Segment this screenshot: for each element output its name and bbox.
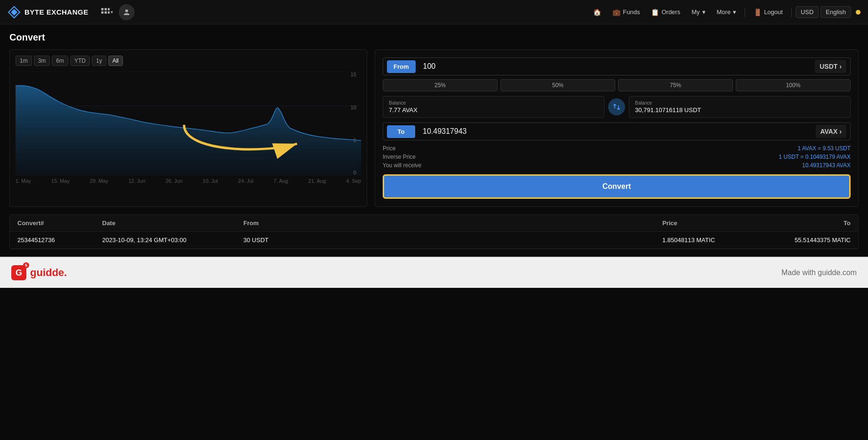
inverse-price-row: Inverse Price 1 USDT = 0.10493179 AVAX: [383, 154, 851, 160]
logout-nav-item[interactable]: 🚪 Logout: [749, 6, 788, 19]
more-nav-item[interactable]: More ▾: [712, 6, 741, 18]
chart-tab-ytd[interactable]: YTD: [70, 56, 90, 66]
inverse-price-value: 1 USDT = 0.10493179 AVAX: [779, 154, 851, 160]
chart-x-labels: 1. May 15. May 29. May 12. Jun 26. Jun 1…: [16, 178, 361, 184]
row-to: 55.51443375 MATIC: [756, 236, 851, 244]
my-nav-item[interactable]: My ▾: [687, 6, 710, 18]
svg-text:10: 10: [351, 105, 356, 110]
percent-25-btn[interactable]: 25%: [383, 79, 498, 91]
language-selector[interactable]: English: [820, 6, 851, 18]
guidde-badge: 5: [23, 262, 29, 268]
col-header-from: From: [243, 220, 662, 227]
col-header-id: Convert#: [17, 220, 102, 227]
chart-panel: 1m 3m 6m YTD 1y All: [9, 49, 367, 207]
nav-divider-2: [791, 8, 792, 17]
row-from: 30 USDT: [243, 236, 662, 244]
grid-menu-icon[interactable]: ▾: [100, 5, 115, 20]
percent-row: 25% 50% 75% 100%: [383, 79, 851, 91]
x-label-8: 7. Aug: [273, 178, 288, 184]
orders-nav-item[interactable]: 📋 Orders: [646, 6, 685, 19]
footer: G 5 guidde. Made with guidde.com: [0, 257, 868, 288]
x-label-7: 24. Jul: [238, 178, 253, 184]
you-will-receive-row: You will receive 10.49317943 AVAX: [383, 162, 851, 169]
svg-text:5: 5: [354, 138, 356, 143]
svg-rect-6: [104, 11, 107, 14]
from-currency-selector[interactable]: USDT ›: [815, 60, 846, 73]
header-nav: 🏠 💼 Funds 📋 Orders My ▾ More ▾ 🚪 Logout …: [588, 6, 860, 19]
svg-text:15: 15: [351, 72, 356, 77]
x-label-5: 26. Jun: [166, 178, 183, 184]
to-currency-selector[interactable]: AVAX ›: [816, 125, 847, 138]
price-value: 1 AVAX = 9.53 USDT: [797, 145, 851, 152]
user-icon-button[interactable]: [119, 4, 135, 20]
nav-divider: [745, 8, 745, 17]
chart-tabs: 1m 3m 6m YTD 1y All: [16, 56, 361, 66]
logout-label: Logout: [764, 8, 783, 16]
table-row: 25344512736 2023-10-09, 13:24 GMT+03:00 …: [10, 232, 858, 249]
orders-icon: 📋: [651, 8, 659, 16]
balance-right-value: 30,791.10716118 USDT: [635, 106, 844, 114]
x-label-2: 15. May: [51, 178, 70, 184]
guidde-logo: G 5 guidde.: [11, 265, 67, 280]
percent-75-btn[interactable]: 75%: [618, 79, 733, 91]
from-amount-input[interactable]: [419, 60, 815, 73]
guidde-g-icon: G 5: [11, 265, 26, 280]
svg-rect-7: [108, 11, 110, 14]
percent-100-btn[interactable]: 100%: [736, 79, 851, 91]
app-name: BYTE EXCHANGE: [24, 8, 88, 16]
logout-icon: 🚪: [754, 8, 762, 16]
to-amount-input[interactable]: [419, 125, 816, 138]
row-date: 2023-10-09, 13:24 GMT+03:00: [102, 236, 243, 244]
home-nav-item[interactable]: 🏠: [588, 6, 606, 19]
row-id: 25344512736: [17, 236, 102, 244]
chart-tab-1m[interactable]: 1m: [16, 56, 32, 66]
svg-rect-5: [101, 11, 104, 14]
currency-selector[interactable]: USD: [796, 6, 819, 18]
chart-tab-6m[interactable]: 6m: [52, 56, 68, 66]
my-chevron-icon: ▾: [702, 8, 706, 16]
chart-tab-3m[interactable]: 3m: [34, 56, 50, 66]
x-label-3: 29. May: [90, 178, 108, 184]
svg-text:0: 0: [354, 170, 356, 175]
inverse-price-label: Inverse Price: [383, 154, 416, 160]
guidde-text: guidde.: [30, 267, 67, 279]
x-label-1: 1. May: [16, 178, 31, 184]
from-input-wrapper: From USDT ›: [383, 57, 851, 75]
chart-area: 15 10 5 0: [16, 72, 361, 175]
footer-made-with: Made with guidde.com: [781, 269, 857, 277]
my-label: My: [691, 8, 699, 16]
page-title: Convert: [9, 32, 859, 43]
convert-button[interactable]: Convert: [383, 174, 851, 199]
x-label-9: 21. Aug: [308, 178, 326, 184]
header: BYTE EXCHANGE ▾ 🏠 💼 Funds 📋 Orders: [0, 0, 868, 24]
percent-50-btn[interactable]: 50%: [500, 79, 615, 91]
row-price: 1.85048113 MATIC: [662, 236, 756, 244]
col-header-price: Price: [662, 220, 756, 227]
svg-rect-2: [101, 8, 104, 10]
x-label-6: 10. Jul: [203, 178, 218, 184]
to-currency-label: AVAX: [820, 128, 838, 135]
more-chevron-icon: ▾: [733, 8, 736, 16]
chart-tab-all[interactable]: All: [108, 56, 123, 66]
balance-left-label: Balance: [389, 100, 598, 106]
convert-panel: From USDT › 25% 50% 75% 100% Balance 7.7…: [375, 49, 859, 207]
price-row: Price 1 AVAX = 9.53 USDT: [383, 145, 851, 152]
col-header-date: Date: [102, 220, 243, 227]
home-icon: 🏠: [593, 8, 601, 16]
more-label: More: [717, 8, 731, 16]
price-label: Price: [383, 145, 395, 152]
swap-button[interactable]: [608, 98, 625, 115]
main-grid: 1m 3m 6m YTD 1y All: [9, 49, 859, 207]
chart-tab-1y[interactable]: 1y: [92, 56, 106, 66]
svg-marker-1: [11, 9, 17, 16]
balance-right-label: Balance: [635, 100, 844, 106]
x-label-10: 4. Sep: [346, 178, 361, 184]
col-header-to: To: [756, 220, 851, 227]
balance-left-value: 7.77 AVAX: [389, 106, 598, 114]
from-currency-chevron: ›: [839, 63, 842, 70]
orders-label: Orders: [661, 8, 680, 16]
table-header: Convert# Date From Price To: [10, 215, 858, 232]
history-table: Convert# Date From Price To 25344512736 …: [9, 214, 859, 249]
from-label: From: [387, 60, 416, 73]
funds-nav-item[interactable]: 💼 Funds: [608, 6, 644, 19]
